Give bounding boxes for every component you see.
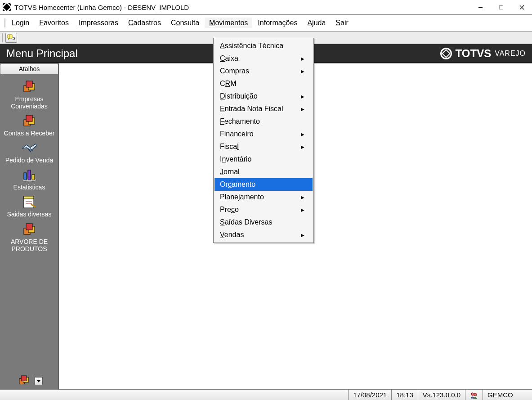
submenu-arrow-icon: ▶ — [301, 94, 304, 99]
window-titlebar: TOTVS Homecenter (Linha Gemco) - DESENV_… — [0, 0, 532, 14]
menuitem-orcamento[interactable]: Orçamento — [215, 178, 313, 191]
statusbar: 17/08/2021 18:13 Vs.123.0.0.0 GEMCO — [0, 389, 532, 400]
menubar: LoginFavoritosImpressorasCadastrosConsul… — [0, 14, 532, 31]
shortcut-label: ARVORE DE PRODUTOS — [1, 238, 58, 252]
menuitem-fechamento[interactable]: Fechamento — [215, 115, 313, 128]
shortcut-contas-a-receber[interactable]: Contas a Receber — [1, 112, 58, 137]
svg-text:?: ? — [9, 35, 10, 38]
menu-movimentos[interactable]: Movimentos — [205, 18, 252, 28]
app-icon — [3, 3, 11, 11]
menuitem-fiscal[interactable]: Fiscal▶ — [215, 140, 313, 153]
status-spacer — [0, 390, 348, 400]
menu-informacoes[interactable]: Informações — [253, 18, 302, 28]
svg-point-28 — [474, 393, 477, 396]
shortcut-label: Saidas diversas — [1, 211, 58, 218]
shortcut-label: Pedido de Venda — [1, 157, 58, 164]
svg-point-27 — [471, 393, 474, 396]
chart-icon — [20, 166, 38, 183]
shortcut-label: Empresas Conveniadas — [1, 95, 58, 110]
svg-marker-26 — [37, 380, 40, 382]
menuitem-preco[interactable]: Preço ▶ — [215, 203, 313, 216]
svg-rect-17 — [24, 196, 34, 199]
submenu-arrow-icon: ▶ — [301, 107, 304, 112]
help-context-button[interactable]: ? — [5, 33, 17, 43]
menuitem-vendas[interactable]: Vendas▶ — [215, 229, 313, 241]
status-user: GEMCO — [483, 390, 532, 400]
svg-rect-25 — [21, 376, 27, 381]
shortcut-label: Contas a Receber — [1, 130, 58, 137]
menuitem-planejamento[interactable]: Planejamento▶ — [215, 191, 313, 203]
minimize-button[interactable] — [470, 0, 491, 14]
menuitem-jornal[interactable]: Jornal — [215, 166, 313, 178]
svg-rect-14 — [28, 170, 31, 180]
svg-rect-13 — [24, 173, 27, 180]
menuitem-assistenciatecnica[interactable]: Assistência Técnica — [215, 40, 313, 52]
menuitem-crm[interactable]: CRM — [215, 77, 313, 90]
submenu-arrow-icon: ▶ — [301, 233, 304, 238]
svg-rect-0 — [3, 3, 11, 11]
svg-rect-11 — [26, 115, 32, 121]
maximize-button[interactable] — [491, 0, 511, 14]
svg-rect-22 — [26, 224, 32, 230]
brand-icon — [440, 48, 452, 59]
menu-favoritos[interactable]: Favoritos — [35, 18, 73, 28]
menubar-grip — [4, 18, 5, 27]
sidebar-tab-atalhos[interactable]: Atalhos — [0, 63, 58, 75]
menuitem-distribuicao[interactable]: Distribuição▶ — [215, 90, 313, 103]
shortcut-saidas-diversas[interactable]: Saidas diversas — [1, 193, 58, 218]
brand-logo: TOTVS VAREJO — [440, 47, 526, 60]
handshake-icon — [20, 139, 38, 156]
brand-subtext: VAREJO — [495, 49, 526, 58]
shortcut-empresas-conveniadas[interactable]: Empresas Conveniadas — [1, 78, 58, 110]
status-version: Vs.123.0.0.0 — [418, 390, 465, 400]
menuitem-compras[interactable]: Compras▶ — [215, 65, 313, 77]
menuitem-caixa[interactable]: Caixa▶ — [215, 52, 313, 65]
menu-cadastros[interactable]: Cadastros — [124, 18, 165, 28]
submenu-arrow-icon: ▶ — [301, 132, 304, 137]
boxes-icon — [20, 112, 38, 129]
shortcut-estatisticas[interactable]: Estatisticas — [1, 166, 58, 191]
svg-rect-15 — [32, 175, 35, 180]
menuitem-financeiro[interactable]: Financeiro▶ — [215, 128, 313, 140]
sidebar-scroll-down-button[interactable] — [35, 377, 43, 385]
submenu-arrow-icon: ▶ — [301, 56, 304, 61]
boxes-icon — [16, 373, 32, 388]
svg-rect-2 — [499, 5, 503, 9]
menuitem-saidasdiversas[interactable]: Saídas Diversas — [215, 216, 313, 229]
toolbar-grip — [2, 33, 3, 42]
menuitem-inventario[interactable]: Inventário — [215, 153, 313, 166]
menu-ajuda[interactable]: Ajuda — [303, 18, 330, 28]
boxes-icon — [20, 78, 38, 94]
menu-impressoras[interactable]: Impressoras — [74, 18, 123, 28]
submenu-arrow-icon: ▶ — [301, 195, 304, 200]
submenu-arrow-icon: ▶ — [301, 144, 304, 149]
movimentos-dropdown: Assistência TécnicaCaixa▶Compras▶CRMDist… — [213, 38, 314, 243]
shortcut-label: Estatisticas — [1, 184, 58, 191]
document-icon — [20, 193, 38, 210]
svg-rect-8 — [26, 81, 32, 87]
shortcut-arvore-de-produtos[interactable]: ARVORE DE PRODUTOS — [1, 221, 58, 252]
status-user-icon — [465, 390, 483, 400]
menu-consulta[interactable]: Consulta — [166, 18, 204, 28]
page-title: Menu Principal — [6, 47, 78, 60]
menu-login[interactable]: Login — [7, 18, 34, 28]
menuitem-entradanotafiscal[interactable]: Entrada Nota Fiscal▶ — [215, 103, 313, 115]
close-button[interactable] — [511, 0, 532, 14]
sidebar: Atalhos Empresas ConveniadasContas a Rec… — [0, 63, 59, 390]
submenu-arrow-icon: ▶ — [301, 69, 304, 74]
status-time: 18:13 — [391, 390, 418, 400]
sidebar-footer — [0, 373, 58, 390]
shortcut-pedido-de-venda[interactable]: Pedido de Venda — [1, 139, 58, 164]
submenu-arrow-icon: ▶ — [301, 207, 304, 212]
boxes-icon — [20, 221, 38, 237]
status-date: 17/08/2021 — [348, 390, 391, 400]
window-controls — [470, 0, 532, 14]
menu-sair[interactable]: Sair — [331, 18, 353, 28]
window-title: TOTVS Homecenter (Linha Gemco) - DESENV_… — [14, 4, 189, 11]
brand-text: TOTVS — [456, 47, 492, 60]
